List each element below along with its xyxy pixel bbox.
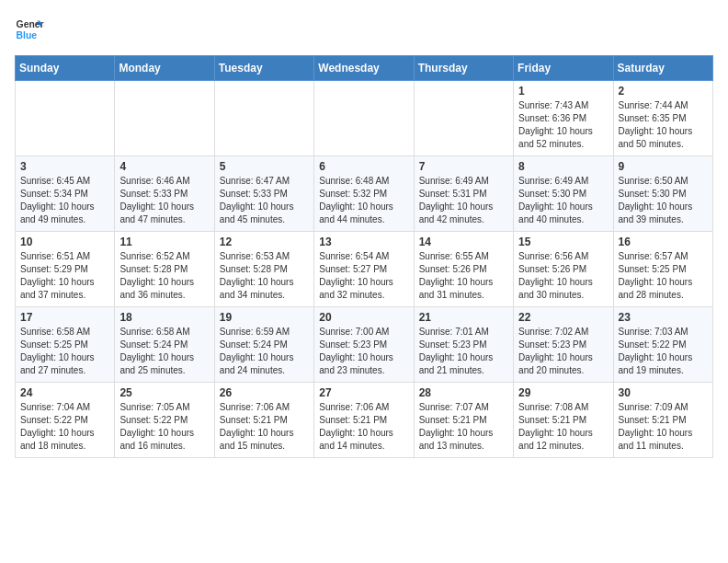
calendar-day-cell: 4Sunrise: 6:46 AM Sunset: 5:33 PM Daylig… bbox=[115, 156, 214, 232]
day-number: 22 bbox=[518, 311, 608, 324]
calendar-day-cell: 24Sunrise: 7:04 AM Sunset: 5:22 PM Dayli… bbox=[16, 383, 115, 458]
calendar-day-cell: 5Sunrise: 6:47 AM Sunset: 5:33 PM Daylig… bbox=[214, 156, 313, 232]
day-info: Sunrise: 7:07 AM Sunset: 5:21 PM Dayligh… bbox=[419, 401, 508, 453]
day-number: 26 bbox=[220, 386, 309, 399]
day-info: Sunrise: 7:43 AM Sunset: 6:36 PM Dayligh… bbox=[518, 99, 608, 151]
day-info: Sunrise: 6:56 AM Sunset: 5:26 PM Dayligh… bbox=[518, 250, 608, 302]
day-number: 16 bbox=[619, 236, 708, 248]
day-info: Sunrise: 7:01 AM Sunset: 5:23 PM Dayligh… bbox=[419, 326, 508, 377]
calendar-day-cell: 19Sunrise: 6:59 AM Sunset: 5:24 PM Dayli… bbox=[214, 307, 313, 383]
svg-text:Blue: Blue bbox=[17, 30, 38, 40]
day-info: Sunrise: 7:00 AM Sunset: 5:23 PM Dayligh… bbox=[319, 326, 408, 377]
day-of-week-header: Thursday bbox=[414, 56, 513, 81]
day-number: 24 bbox=[20, 386, 109, 399]
day-number: 15 bbox=[518, 236, 608, 248]
calendar-week-row: 24Sunrise: 7:04 AM Sunset: 5:22 PM Dayli… bbox=[16, 383, 713, 458]
calendar-week-row: 17Sunrise: 6:58 AM Sunset: 5:25 PM Dayli… bbox=[16, 307, 713, 383]
day-info: Sunrise: 6:53 AM Sunset: 5:28 PM Dayligh… bbox=[220, 250, 309, 302]
day-number: 23 bbox=[619, 311, 708, 324]
calendar-day-cell: 26Sunrise: 7:06 AM Sunset: 5:21 PM Dayli… bbox=[214, 383, 313, 458]
calendar-day-cell: 21Sunrise: 7:01 AM Sunset: 5:23 PM Dayli… bbox=[414, 307, 513, 383]
calendar-day-cell: 23Sunrise: 7:03 AM Sunset: 5:22 PM Dayli… bbox=[613, 307, 712, 383]
day-of-week-header: Sunday bbox=[16, 56, 115, 81]
calendar-day-cell: 27Sunrise: 7:06 AM Sunset: 5:21 PM Dayli… bbox=[314, 383, 414, 458]
calendar-day-cell: 9Sunrise: 6:50 AM Sunset: 5:30 PM Daylig… bbox=[613, 156, 712, 232]
day-info: Sunrise: 6:58 AM Sunset: 5:25 PM Dayligh… bbox=[20, 326, 109, 377]
calendar-day-cell: 17Sunrise: 6:58 AM Sunset: 5:25 PM Dayli… bbox=[16, 307, 115, 383]
day-info: Sunrise: 6:52 AM Sunset: 5:28 PM Dayligh… bbox=[119, 250, 209, 302]
day-number: 10 bbox=[20, 236, 109, 248]
day-number: 5 bbox=[220, 160, 309, 173]
day-info: Sunrise: 7:02 AM Sunset: 5:23 PM Dayligh… bbox=[518, 326, 608, 377]
day-number: 19 bbox=[220, 311, 309, 324]
day-number: 28 bbox=[419, 386, 508, 399]
day-info: Sunrise: 6:46 AM Sunset: 5:33 PM Dayligh… bbox=[119, 175, 209, 226]
day-number: 4 bbox=[119, 160, 209, 173]
logo-icon: General Blue bbox=[15, 15, 44, 44]
day-number: 8 bbox=[518, 160, 608, 173]
day-number: 12 bbox=[220, 236, 309, 248]
day-of-week-header: Friday bbox=[514, 56, 613, 81]
day-info: Sunrise: 6:48 AM Sunset: 5:32 PM Dayligh… bbox=[319, 175, 408, 226]
calendar-day-cell: 22Sunrise: 7:02 AM Sunset: 5:23 PM Dayli… bbox=[514, 307, 613, 383]
day-info: Sunrise: 7:06 AM Sunset: 5:21 PM Dayligh… bbox=[220, 401, 309, 453]
calendar-day-cell: 28Sunrise: 7:07 AM Sunset: 5:21 PM Dayli… bbox=[414, 383, 513, 458]
day-number: 18 bbox=[119, 311, 209, 324]
calendar-day-cell: 11Sunrise: 6:52 AM Sunset: 5:28 PM Dayli… bbox=[115, 232, 214, 307]
calendar-day-cell: 18Sunrise: 6:58 AM Sunset: 5:24 PM Dayli… bbox=[115, 307, 214, 383]
day-info: Sunrise: 6:55 AM Sunset: 5:26 PM Dayligh… bbox=[419, 250, 508, 302]
day-info: Sunrise: 7:06 AM Sunset: 5:21 PM Dayligh… bbox=[319, 401, 408, 453]
calendar-day-cell bbox=[214, 81, 313, 156]
page-header: General Blue bbox=[15, 15, 713, 44]
calendar-day-cell: 25Sunrise: 7:05 AM Sunset: 5:22 PM Dayli… bbox=[115, 383, 214, 458]
day-number: 11 bbox=[119, 236, 209, 248]
calendar-day-cell: 29Sunrise: 7:08 AM Sunset: 5:21 PM Dayli… bbox=[514, 383, 613, 458]
calendar-week-row: 1Sunrise: 7:43 AM Sunset: 6:36 PM Daylig… bbox=[16, 81, 713, 156]
calendar-day-cell: 3Sunrise: 6:45 AM Sunset: 5:34 PM Daylig… bbox=[16, 156, 115, 232]
logo: General Blue bbox=[15, 15, 44, 44]
calendar-day-cell: 13Sunrise: 6:54 AM Sunset: 5:27 PM Dayli… bbox=[314, 232, 414, 307]
day-info: Sunrise: 6:49 AM Sunset: 5:31 PM Dayligh… bbox=[419, 175, 508, 226]
calendar-day-cell bbox=[16, 81, 115, 156]
calendar-table: SundayMondayTuesdayWednesdayThursdayFrid… bbox=[15, 55, 713, 458]
day-info: Sunrise: 6:49 AM Sunset: 5:30 PM Dayligh… bbox=[518, 175, 608, 226]
day-info: Sunrise: 6:45 AM Sunset: 5:34 PM Dayligh… bbox=[20, 175, 109, 226]
calendar-week-row: 10Sunrise: 6:51 AM Sunset: 5:29 PM Dayli… bbox=[16, 232, 713, 307]
day-info: Sunrise: 6:47 AM Sunset: 5:33 PM Dayligh… bbox=[220, 175, 309, 226]
day-info: Sunrise: 6:54 AM Sunset: 5:27 PM Dayligh… bbox=[319, 250, 408, 302]
day-info: Sunrise: 6:58 AM Sunset: 5:24 PM Dayligh… bbox=[119, 326, 209, 377]
day-number: 2 bbox=[619, 85, 708, 98]
calendar-day-cell: 12Sunrise: 6:53 AM Sunset: 5:28 PM Dayli… bbox=[214, 232, 313, 307]
day-info: Sunrise: 6:59 AM Sunset: 5:24 PM Dayligh… bbox=[220, 326, 309, 377]
calendar-day-cell: 16Sunrise: 6:57 AM Sunset: 5:25 PM Dayli… bbox=[613, 232, 712, 307]
calendar-day-cell: 10Sunrise: 6:51 AM Sunset: 5:29 PM Dayli… bbox=[16, 232, 115, 307]
day-of-week-header: Wednesday bbox=[314, 56, 414, 81]
day-number: 13 bbox=[319, 236, 408, 248]
day-number: 20 bbox=[319, 311, 408, 324]
day-info: Sunrise: 6:57 AM Sunset: 5:25 PM Dayligh… bbox=[619, 250, 708, 302]
day-number: 25 bbox=[119, 386, 209, 399]
calendar-day-cell bbox=[115, 81, 214, 156]
day-of-week-header: Monday bbox=[115, 56, 214, 81]
calendar-day-cell: 20Sunrise: 7:00 AM Sunset: 5:23 PM Dayli… bbox=[314, 307, 414, 383]
day-info: Sunrise: 7:08 AM Sunset: 5:21 PM Dayligh… bbox=[518, 401, 608, 453]
day-info: Sunrise: 7:44 AM Sunset: 6:35 PM Dayligh… bbox=[619, 99, 708, 151]
day-number: 27 bbox=[319, 386, 408, 399]
day-info: Sunrise: 7:03 AM Sunset: 5:22 PM Dayligh… bbox=[619, 326, 708, 377]
day-number: 3 bbox=[20, 160, 109, 173]
calendar-day-cell: 14Sunrise: 6:55 AM Sunset: 5:26 PM Dayli… bbox=[414, 232, 513, 307]
calendar-week-row: 3Sunrise: 6:45 AM Sunset: 5:34 PM Daylig… bbox=[16, 156, 713, 232]
day-number: 21 bbox=[419, 311, 508, 324]
day-number: 14 bbox=[419, 236, 508, 248]
day-info: Sunrise: 7:04 AM Sunset: 5:22 PM Dayligh… bbox=[20, 401, 109, 453]
calendar-day-cell: 30Sunrise: 7:09 AM Sunset: 5:21 PM Dayli… bbox=[613, 383, 712, 458]
day-info: Sunrise: 6:50 AM Sunset: 5:30 PM Dayligh… bbox=[619, 175, 708, 226]
calendar-day-cell: 8Sunrise: 6:49 AM Sunset: 5:30 PM Daylig… bbox=[514, 156, 613, 232]
calendar-day-cell: 6Sunrise: 6:48 AM Sunset: 5:32 PM Daylig… bbox=[314, 156, 414, 232]
calendar-day-cell: 15Sunrise: 6:56 AM Sunset: 5:26 PM Dayli… bbox=[514, 232, 613, 307]
day-number: 7 bbox=[419, 160, 508, 173]
day-number: 9 bbox=[619, 160, 708, 173]
day-number: 1 bbox=[518, 85, 608, 98]
calendar-day-cell: 1Sunrise: 7:43 AM Sunset: 6:36 PM Daylig… bbox=[514, 81, 613, 156]
calendar-header-row: SundayMondayTuesdayWednesdayThursdayFrid… bbox=[16, 56, 713, 81]
